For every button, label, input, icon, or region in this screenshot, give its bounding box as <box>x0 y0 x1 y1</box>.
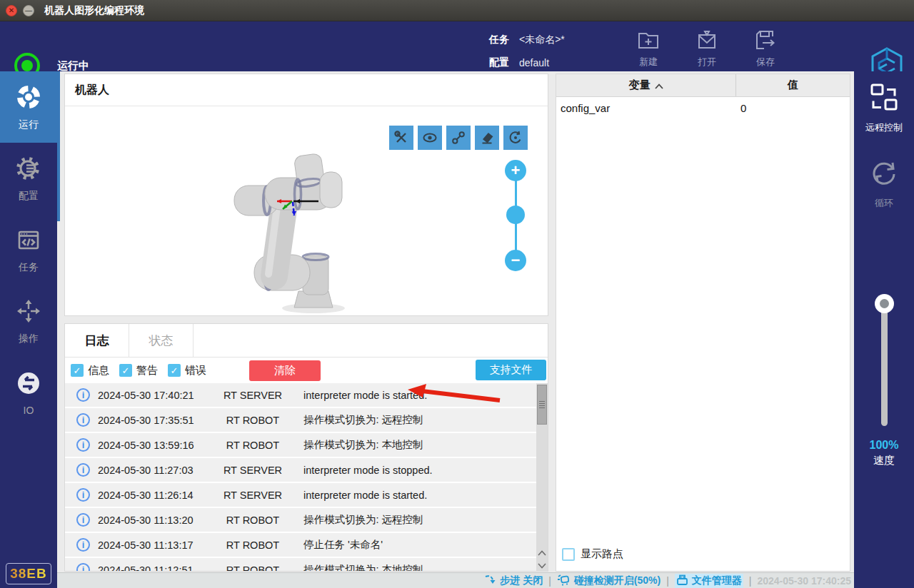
log-row[interactable]: i 2024-05-30 17:35:51 RT ROBOT 操作模式切换为: … <box>65 408 536 432</box>
step-mode-status[interactable]: 步进 关闭 <box>484 574 543 587</box>
info-icon: i <box>76 488 90 502</box>
running-status-text: 运行中 <box>57 59 89 73</box>
speed-value: 100% <box>854 439 914 452</box>
filter-warning-label: 警告 <box>136 364 158 377</box>
sidebar-item-operate[interactable]: 操作 <box>0 285 57 357</box>
eye-visibility-button[interactable] <box>418 126 442 150</box>
speed-slider-track[interactable] <box>881 303 888 426</box>
open-task-label: 打开 <box>698 56 716 69</box>
robot-3d-view[interactable] <box>226 151 347 318</box>
log-row[interactable]: i 2024-05-30 11:13:17 RT ROBOT 停止任务 '未命名… <box>65 533 536 557</box>
file-manager-status[interactable]: 文件管理器 <box>675 574 743 588</box>
sidebar-item-run[interactable]: 运行 <box>0 71 57 143</box>
new-task-label: 新建 <box>639 56 658 69</box>
loop-cycle-icon <box>868 158 900 193</box>
info-icon: i <box>76 513 90 527</box>
support-files-button[interactable]: 支持文件 <box>476 360 546 380</box>
log-row[interactable]: i 2024-05-30 17:40:21 RT SERVER interpre… <box>65 383 536 407</box>
zoom-out-button[interactable]: − <box>505 250 526 271</box>
rotate-view-button[interactable] <box>503 126 528 150</box>
move-arrows-icon <box>15 298 42 328</box>
speed-label: 速度 <box>854 454 914 467</box>
status-bar: 步进 关闭 | 碰撞检测开启(50%) | 文件管理器 | 2024-05-30… <box>57 572 854 588</box>
filter-error-checkbox[interactable]: ✓ <box>168 364 181 377</box>
log-filterbar: ✓ 信息 ✓ 警告 ✓ 错误 清除 支持文件 <box>65 358 548 383</box>
variables-header: 变量 值 <box>556 74 850 97</box>
collision-sensor-icon <box>557 574 571 588</box>
info-icon: i <box>76 388 90 402</box>
right-sidebar: 远程控制 循环 100% 速度 <box>854 71 914 588</box>
log-scrollbar[interactable] <box>536 383 548 572</box>
log-row[interactable]: i 2024-05-30 13:59:16 RT ROBOT 操作模式切换为: … <box>65 433 536 457</box>
open-task-button[interactable]: 打开 <box>687 24 727 69</box>
log-tabs: 日志 状态 <box>65 324 548 358</box>
scroll-down-button[interactable] <box>536 559 548 572</box>
show-waypoints-label: 显示路点 <box>581 547 623 561</box>
sidebar-item-task[interactable]: 任务 <box>0 214 57 285</box>
sidebar-accent-strip <box>57 71 60 221</box>
filter-error-label: 错误 <box>185 364 206 377</box>
config-label: 配置 <box>489 56 509 69</box>
variables-panel: 变量 值 config_var 0 显示路点 <box>556 74 850 572</box>
window-titlebar: ✕ — 机器人图形化编程环境 <box>0 0 914 21</box>
scrollbar-thumb[interactable] <box>537 385 547 425</box>
log-row[interactable]: i 2024-05-30 11:26:14 RT SERVER interpre… <box>65 483 536 507</box>
scroll-up-button[interactable] <box>536 547 548 559</box>
zoom-slider-knob[interactable] <box>506 206 525 224</box>
info-icon: i <box>76 413 90 427</box>
left-sidebar: 运行 配置 任务 <box>0 71 57 588</box>
sidebar-item-io[interactable]: IO <box>0 357 57 428</box>
task-label: 任务 <box>489 34 509 46</box>
log-row[interactable]: i 2024-05-30 11:13:20 RT ROBOT 操作模式切换为: … <box>65 508 536 532</box>
sort-ascending-icon <box>655 79 663 91</box>
filter-warning-checkbox[interactable]: ✓ <box>119 364 132 377</box>
log-row[interactable]: i 2024-05-30 11:27:03 RT SERVER interpre… <box>65 458 536 482</box>
variable-row[interactable]: config_var 0 <box>556 97 850 118</box>
info-icon: i <box>76 563 90 572</box>
log-list: i 2024-05-30 17:40:21 RT SERVER interpre… <box>65 383 548 572</box>
eraser-button[interactable] <box>475 126 499 150</box>
separator: | <box>666 575 669 587</box>
remote-control-icon <box>870 83 898 117</box>
gear-icon <box>15 155 42 185</box>
value-column-header[interactable]: 值 <box>736 74 850 96</box>
speed-slider-knob[interactable] <box>875 294 894 313</box>
save-icon <box>753 27 778 53</box>
code-window-icon <box>15 226 42 256</box>
run-target-icon <box>15 83 42 113</box>
remote-control-button[interactable]: 远程控制 <box>854 83 914 134</box>
separator: | <box>749 575 752 587</box>
separator: | <box>548 575 551 587</box>
sidebar-item-io-label: IO <box>24 405 34 416</box>
new-task-button[interactable]: 新建 <box>628 24 668 69</box>
app-header: 运行中 任务 <未命名>* 配置 default 新建 <box>0 21 914 71</box>
device-code-button[interactable]: 38EB <box>6 563 51 584</box>
loop-button[interactable]: 循环 <box>854 158 914 210</box>
usb-drive-icon <box>676 574 688 588</box>
tab-status[interactable]: 状态 <box>129 324 194 358</box>
task-value: <未命名>* <box>519 34 565 46</box>
path-waypoints-button[interactable] <box>446 126 471 150</box>
tools-button[interactable] <box>389 126 413 150</box>
variable-value: 0 <box>736 102 850 114</box>
show-waypoints-checkbox[interactable] <box>562 548 575 561</box>
new-folder-icon <box>636 27 661 53</box>
sidebar-item-config[interactable]: 配置 <box>0 143 57 214</box>
info-icon: i <box>76 463 90 477</box>
zoom-in-button[interactable]: + <box>505 160 526 181</box>
config-value: default <box>519 57 549 69</box>
task-info: 任务 <未命名>* 配置 default <box>489 27 565 73</box>
save-task-label: 保存 <box>756 56 775 69</box>
variable-column-header[interactable]: 变量 <box>556 74 736 96</box>
filter-info-label: 信息 <box>88 364 109 377</box>
tab-log[interactable]: 日志 <box>65 324 129 358</box>
collision-detection-status[interactable]: 碰撞检测开启(50%) <box>557 574 661 588</box>
clear-log-button[interactable]: 清除 <box>249 360 321 381</box>
open-file-icon <box>694 27 720 53</box>
window-close-button[interactable]: ✕ <box>6 5 17 16</box>
sidebar-item-operate-label: 操作 <box>19 333 39 345</box>
log-row[interactable]: i 2024-05-30 11:12:51 RT ROBOT 操作模式切换为: … <box>65 558 536 572</box>
save-task-button[interactable]: 保存 <box>745 24 785 69</box>
window-minimize-button[interactable]: — <box>23 5 34 16</box>
filter-info-checkbox[interactable]: ✓ <box>71 364 84 377</box>
